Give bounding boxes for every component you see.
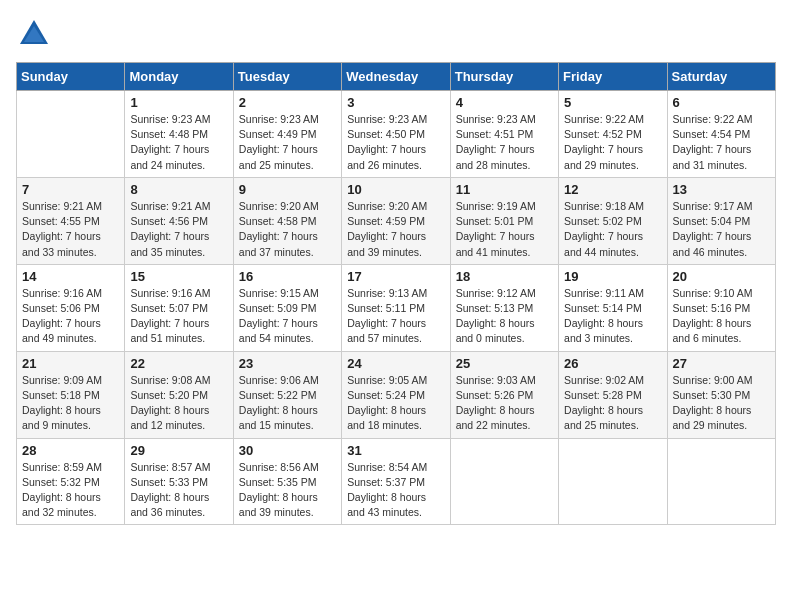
day-number: 29 bbox=[130, 443, 227, 458]
calendar-day-cell: 19Sunrise: 9:11 AMSunset: 5:14 PMDayligh… bbox=[559, 264, 667, 351]
calendar-week-row: 14Sunrise: 9:16 AMSunset: 5:06 PMDayligh… bbox=[17, 264, 776, 351]
day-detail: Sunrise: 8:56 AMSunset: 5:35 PMDaylight:… bbox=[239, 460, 336, 521]
calendar-body: 1Sunrise: 9:23 AMSunset: 4:48 PMDaylight… bbox=[17, 91, 776, 525]
weekday-header: Thursday bbox=[450, 63, 558, 91]
day-detail: Sunrise: 9:21 AMSunset: 4:55 PMDaylight:… bbox=[22, 199, 119, 260]
calendar-header: SundayMondayTuesdayWednesdayThursdayFrid… bbox=[17, 63, 776, 91]
calendar-day-cell: 3Sunrise: 9:23 AMSunset: 4:50 PMDaylight… bbox=[342, 91, 450, 178]
calendar-day-cell: 30Sunrise: 8:56 AMSunset: 5:35 PMDayligh… bbox=[233, 438, 341, 525]
day-detail: Sunrise: 9:23 AMSunset: 4:49 PMDaylight:… bbox=[239, 112, 336, 173]
calendar-day-cell: 14Sunrise: 9:16 AMSunset: 5:06 PMDayligh… bbox=[17, 264, 125, 351]
logo bbox=[16, 16, 56, 52]
weekday-header: Sunday bbox=[17, 63, 125, 91]
calendar-day-cell: 25Sunrise: 9:03 AMSunset: 5:26 PMDayligh… bbox=[450, 351, 558, 438]
day-detail: Sunrise: 9:16 AMSunset: 5:06 PMDaylight:… bbox=[22, 286, 119, 347]
calendar-week-row: 7Sunrise: 9:21 AMSunset: 4:55 PMDaylight… bbox=[17, 177, 776, 264]
day-detail: Sunrise: 9:08 AMSunset: 5:20 PMDaylight:… bbox=[130, 373, 227, 434]
day-detail: Sunrise: 9:17 AMSunset: 5:04 PMDaylight:… bbox=[673, 199, 770, 260]
day-number: 4 bbox=[456, 95, 553, 110]
day-detail: Sunrise: 9:12 AMSunset: 5:13 PMDaylight:… bbox=[456, 286, 553, 347]
day-detail: Sunrise: 9:13 AMSunset: 5:11 PMDaylight:… bbox=[347, 286, 444, 347]
day-number: 11 bbox=[456, 182, 553, 197]
calendar-day-cell: 6Sunrise: 9:22 AMSunset: 4:54 PMDaylight… bbox=[667, 91, 775, 178]
day-number: 30 bbox=[239, 443, 336, 458]
day-number: 5 bbox=[564, 95, 661, 110]
day-detail: Sunrise: 8:54 AMSunset: 5:37 PMDaylight:… bbox=[347, 460, 444, 521]
day-number: 9 bbox=[239, 182, 336, 197]
calendar-week-row: 1Sunrise: 9:23 AMSunset: 4:48 PMDaylight… bbox=[17, 91, 776, 178]
weekday-header: Monday bbox=[125, 63, 233, 91]
calendar-week-row: 28Sunrise: 8:59 AMSunset: 5:32 PMDayligh… bbox=[17, 438, 776, 525]
day-detail: Sunrise: 9:19 AMSunset: 5:01 PMDaylight:… bbox=[456, 199, 553, 260]
day-detail: Sunrise: 9:16 AMSunset: 5:07 PMDaylight:… bbox=[130, 286, 227, 347]
page-header bbox=[16, 16, 776, 52]
weekday-header: Wednesday bbox=[342, 63, 450, 91]
day-detail: Sunrise: 9:00 AMSunset: 5:30 PMDaylight:… bbox=[673, 373, 770, 434]
day-detail: Sunrise: 8:57 AMSunset: 5:33 PMDaylight:… bbox=[130, 460, 227, 521]
calendar-day-cell: 2Sunrise: 9:23 AMSunset: 4:49 PMDaylight… bbox=[233, 91, 341, 178]
calendar-day-cell: 20Sunrise: 9:10 AMSunset: 5:16 PMDayligh… bbox=[667, 264, 775, 351]
day-number: 24 bbox=[347, 356, 444, 371]
day-number: 16 bbox=[239, 269, 336, 284]
day-detail: Sunrise: 9:22 AMSunset: 4:52 PMDaylight:… bbox=[564, 112, 661, 173]
day-detail: Sunrise: 8:59 AMSunset: 5:32 PMDaylight:… bbox=[22, 460, 119, 521]
calendar-day-cell: 21Sunrise: 9:09 AMSunset: 5:18 PMDayligh… bbox=[17, 351, 125, 438]
day-number: 8 bbox=[130, 182, 227, 197]
calendar-day-cell: 26Sunrise: 9:02 AMSunset: 5:28 PMDayligh… bbox=[559, 351, 667, 438]
day-number: 20 bbox=[673, 269, 770, 284]
day-detail: Sunrise: 9:05 AMSunset: 5:24 PMDaylight:… bbox=[347, 373, 444, 434]
day-detail: Sunrise: 9:18 AMSunset: 5:02 PMDaylight:… bbox=[564, 199, 661, 260]
day-number: 26 bbox=[564, 356, 661, 371]
weekday-header: Saturday bbox=[667, 63, 775, 91]
day-number: 10 bbox=[347, 182, 444, 197]
day-number: 2 bbox=[239, 95, 336, 110]
day-detail: Sunrise: 9:02 AMSunset: 5:28 PMDaylight:… bbox=[564, 373, 661, 434]
calendar-day-cell bbox=[450, 438, 558, 525]
day-number: 3 bbox=[347, 95, 444, 110]
day-detail: Sunrise: 9:09 AMSunset: 5:18 PMDaylight:… bbox=[22, 373, 119, 434]
calendar-day-cell: 5Sunrise: 9:22 AMSunset: 4:52 PMDaylight… bbox=[559, 91, 667, 178]
day-detail: Sunrise: 9:22 AMSunset: 4:54 PMDaylight:… bbox=[673, 112, 770, 173]
day-number: 28 bbox=[22, 443, 119, 458]
calendar-day-cell: 31Sunrise: 8:54 AMSunset: 5:37 PMDayligh… bbox=[342, 438, 450, 525]
calendar-day-cell: 13Sunrise: 9:17 AMSunset: 5:04 PMDayligh… bbox=[667, 177, 775, 264]
weekday-header-row: SundayMondayTuesdayWednesdayThursdayFrid… bbox=[17, 63, 776, 91]
day-detail: Sunrise: 9:15 AMSunset: 5:09 PMDaylight:… bbox=[239, 286, 336, 347]
day-number: 27 bbox=[673, 356, 770, 371]
calendar-day-cell: 8Sunrise: 9:21 AMSunset: 4:56 PMDaylight… bbox=[125, 177, 233, 264]
calendar-day-cell: 28Sunrise: 8:59 AMSunset: 5:32 PMDayligh… bbox=[17, 438, 125, 525]
calendar-day-cell: 7Sunrise: 9:21 AMSunset: 4:55 PMDaylight… bbox=[17, 177, 125, 264]
day-number: 12 bbox=[564, 182, 661, 197]
day-detail: Sunrise: 9:20 AMSunset: 4:58 PMDaylight:… bbox=[239, 199, 336, 260]
calendar-day-cell bbox=[559, 438, 667, 525]
day-number: 15 bbox=[130, 269, 227, 284]
calendar-day-cell: 23Sunrise: 9:06 AMSunset: 5:22 PMDayligh… bbox=[233, 351, 341, 438]
weekday-header: Friday bbox=[559, 63, 667, 91]
calendar-day-cell: 1Sunrise: 9:23 AMSunset: 4:48 PMDaylight… bbox=[125, 91, 233, 178]
calendar-day-cell: 11Sunrise: 9:19 AMSunset: 5:01 PMDayligh… bbox=[450, 177, 558, 264]
calendar-day-cell: 15Sunrise: 9:16 AMSunset: 5:07 PMDayligh… bbox=[125, 264, 233, 351]
day-number: 31 bbox=[347, 443, 444, 458]
calendar-day-cell: 27Sunrise: 9:00 AMSunset: 5:30 PMDayligh… bbox=[667, 351, 775, 438]
calendar-day-cell bbox=[17, 91, 125, 178]
day-number: 1 bbox=[130, 95, 227, 110]
day-detail: Sunrise: 9:23 AMSunset: 4:48 PMDaylight:… bbox=[130, 112, 227, 173]
day-number: 7 bbox=[22, 182, 119, 197]
day-detail: Sunrise: 9:23 AMSunset: 4:50 PMDaylight:… bbox=[347, 112, 444, 173]
day-number: 6 bbox=[673, 95, 770, 110]
calendar-day-cell: 29Sunrise: 8:57 AMSunset: 5:33 PMDayligh… bbox=[125, 438, 233, 525]
day-number: 17 bbox=[347, 269, 444, 284]
calendar-day-cell: 17Sunrise: 9:13 AMSunset: 5:11 PMDayligh… bbox=[342, 264, 450, 351]
day-detail: Sunrise: 9:21 AMSunset: 4:56 PMDaylight:… bbox=[130, 199, 227, 260]
logo-icon bbox=[16, 16, 52, 52]
calendar-day-cell: 10Sunrise: 9:20 AMSunset: 4:59 PMDayligh… bbox=[342, 177, 450, 264]
day-number: 18 bbox=[456, 269, 553, 284]
calendar-week-row: 21Sunrise: 9:09 AMSunset: 5:18 PMDayligh… bbox=[17, 351, 776, 438]
day-detail: Sunrise: 9:10 AMSunset: 5:16 PMDaylight:… bbox=[673, 286, 770, 347]
day-detail: Sunrise: 9:23 AMSunset: 4:51 PMDaylight:… bbox=[456, 112, 553, 173]
calendar-day-cell: 4Sunrise: 9:23 AMSunset: 4:51 PMDaylight… bbox=[450, 91, 558, 178]
day-number: 14 bbox=[22, 269, 119, 284]
calendar-day-cell: 24Sunrise: 9:05 AMSunset: 5:24 PMDayligh… bbox=[342, 351, 450, 438]
calendar-day-cell bbox=[667, 438, 775, 525]
calendar-day-cell: 12Sunrise: 9:18 AMSunset: 5:02 PMDayligh… bbox=[559, 177, 667, 264]
